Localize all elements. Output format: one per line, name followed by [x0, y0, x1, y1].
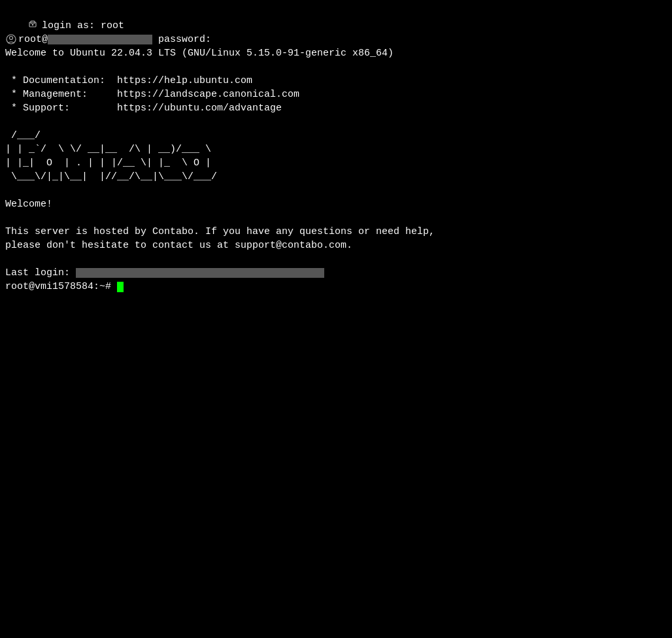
welcome-text: Welcome!	[5, 199, 52, 210]
terminal-window: login as: root root@ password: Welcome t…	[0, 0, 672, 638]
ascii-art-line2: | | _`/ \ \/ __|__ /\ | __)/___ \	[5, 144, 211, 155]
svg-point-4	[10, 37, 13, 40]
svg-point-2	[32, 24, 33, 25]
ascii-art-line1: /___/	[5, 130, 41, 141]
support-line: * Support: https://ubuntu.com/advantage	[5, 103, 282, 114]
ssh-icon-area	[29, 20, 42, 31]
contabo-line2: please don't hesitate to contact us at s…	[5, 240, 352, 251]
login-as-text: login as: root	[42, 20, 124, 31]
ssh-icon2-area	[5, 34, 18, 45]
welcome-banner: Welcome to Ubuntu 22.04.3 LTS (GNU/Linux…	[5, 48, 394, 59]
redacted-hostname	[48, 35, 152, 44]
doc-line: * Documentation: https://help.ubuntu.com	[5, 75, 252, 86]
terminal-cursor	[117, 282, 124, 293]
terminal-content: login as: root root@ password: Welcome t…	[5, 5, 667, 307]
ascii-art-line3: | |_| O | . | | |/__ \| |_ \ O |	[5, 158, 211, 169]
root-at-text: root@	[18, 34, 48, 45]
redacted-last-login	[76, 268, 324, 278]
contabo-line1: This server is hosted by Contabo. If you…	[5, 226, 435, 237]
ascii-art-line4: \___\/|_|\__| |//__/\__|\___\/___/	[5, 171, 217, 182]
last-login-label: Last login:	[5, 267, 70, 278]
shell-prompt[interactable]: root@vmi1578584:~#	[5, 281, 117, 292]
mgmt-line: * Management: https://landscape.canonica…	[5, 89, 299, 100]
password-label: password:	[152, 34, 211, 45]
